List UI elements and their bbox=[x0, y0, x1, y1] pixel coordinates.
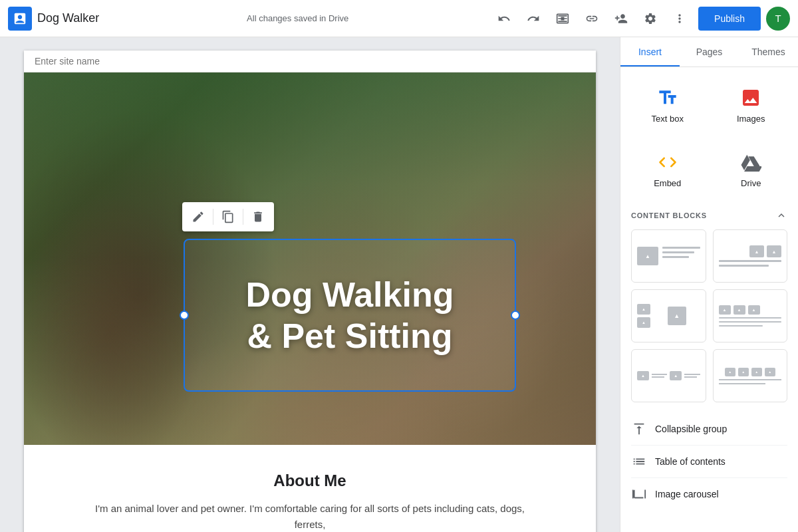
carousel-icon bbox=[631, 486, 647, 502]
sidebar: Insert Pages Themes Text box bbox=[620, 37, 798, 532]
share-button[interactable] bbox=[608, 5, 634, 32]
resize-handle-left[interactable] bbox=[180, 311, 189, 320]
block-thumb-4[interactable]: ▲ ▲ ▲ bbox=[713, 289, 788, 342]
embed-label: Embed bbox=[654, 178, 681, 188]
tab-themes[interactable]: Themes bbox=[739, 37, 798, 66]
embed-icon bbox=[656, 150, 680, 174]
collapsible-group-item[interactable]: Collapsible group bbox=[631, 413, 787, 446]
insert-text-box[interactable]: Text box bbox=[631, 78, 704, 132]
block-thumb-1[interactable]: ▲ bbox=[631, 229, 706, 283]
drive-label: Drive bbox=[741, 178, 761, 188]
canvas-area[interactable]: Dog Walking & Pet Sitting About Me I'm a… bbox=[0, 37, 620, 532]
document-title: Dog Walker bbox=[37, 11, 99, 25]
carousel-label: Image carousel bbox=[655, 489, 719, 499]
resize-handle-right[interactable] bbox=[511, 311, 520, 320]
save-status: All changes saved in Drive bbox=[110, 13, 485, 23]
sidebar-content: Text box Images bbox=[620, 67, 798, 532]
toolbar-actions: Publish T bbox=[491, 5, 790, 32]
collapse-button[interactable] bbox=[775, 209, 787, 221]
toc-icon bbox=[631, 454, 647, 469]
image-carousel-item[interactable]: Image carousel bbox=[631, 478, 787, 510]
page-canvas: Dog Walking & Pet Sitting About Me I'm a… bbox=[24, 51, 596, 532]
toolbar-divider bbox=[213, 209, 213, 225]
content-blocks-header: CONTENT BLOCKS bbox=[631, 209, 787, 221]
insert-embed[interactable]: Embed bbox=[631, 142, 704, 196]
text-box-label: Text box bbox=[652, 114, 684, 124]
copy-button[interactable] bbox=[216, 205, 240, 229]
element-toolbar bbox=[182, 202, 274, 231]
about-text: I'm an animal lover and pet owner. I'm c… bbox=[90, 501, 529, 532]
link-button[interactable] bbox=[579, 5, 605, 32]
main-area: Dog Walking & Pet Sitting About Me I'm a… bbox=[0, 37, 798, 532]
site-name-input[interactable] bbox=[35, 56, 585, 66]
toc-label: Table of contents bbox=[655, 456, 726, 467]
sidebar-tabs: Insert Pages Themes bbox=[620, 37, 798, 67]
image-icon bbox=[739, 86, 763, 110]
insert-grid: Text box Images bbox=[631, 78, 787, 196]
app-logo bbox=[8, 7, 32, 31]
user-avatar[interactable]: T bbox=[766, 7, 790, 31]
insert-images[interactable]: Images bbox=[715, 78, 788, 132]
more-button[interactable] bbox=[666, 5, 693, 32]
settings-button[interactable] bbox=[637, 5, 664, 32]
blocks-grid: ▲ ▲ ▲ bbox=[631, 229, 787, 402]
text-icon bbox=[656, 86, 680, 110]
about-section: About Me I'm an animal lover and pet own… bbox=[24, 445, 596, 532]
collapsible-label: Collapsible group bbox=[655, 424, 727, 434]
delete-button[interactable] bbox=[246, 205, 270, 229]
block-thumb-5[interactable]: ▲ ▲ bbox=[631, 349, 706, 402]
topbar: Dog Walker All changes saved in Drive Pu… bbox=[0, 0, 798, 37]
hero-text: Dog Walking & Pet Sitting bbox=[233, 274, 467, 357]
collapsible-icon bbox=[631, 421, 647, 437]
edit-button[interactable] bbox=[186, 205, 210, 229]
tab-pages[interactable]: Pages bbox=[680, 37, 739, 66]
hero-section[interactable]: Dog Walking & Pet Sitting bbox=[24, 72, 596, 445]
table-of-contents-item[interactable]: Table of contents bbox=[631, 446, 787, 478]
insert-drive[interactable]: Drive bbox=[715, 142, 788, 196]
redo-button[interactable] bbox=[520, 5, 547, 32]
publish-button[interactable]: Publish bbox=[698, 7, 761, 31]
toolbar-divider-2 bbox=[243, 209, 243, 225]
block-thumb-3[interactable]: ▲ ▲ ▲ bbox=[631, 289, 706, 342]
undo-button[interactable] bbox=[491, 5, 517, 32]
block-thumb-6[interactable]: ▲ ▲ ▲ ▲ bbox=[713, 349, 788, 402]
block-thumb-2[interactable]: ▲ ▲ bbox=[713, 229, 788, 283]
tab-insert[interactable]: Insert bbox=[620, 37, 680, 66]
about-title: About Me bbox=[90, 471, 529, 490]
site-header bbox=[24, 51, 596, 72]
drive-icon bbox=[739, 150, 763, 174]
images-label: Images bbox=[737, 114, 765, 124]
preview-button[interactable] bbox=[549, 5, 576, 32]
hero-text-box[interactable]: Dog Walking & Pet Sitting bbox=[184, 239, 516, 392]
content-blocks-label: CONTENT BLOCKS bbox=[631, 211, 707, 219]
